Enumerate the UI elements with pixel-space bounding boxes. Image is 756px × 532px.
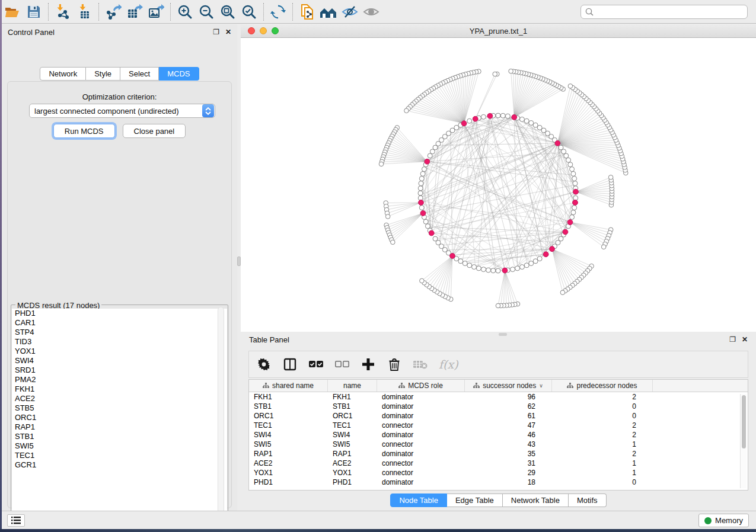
dominator-node[interactable]	[473, 116, 478, 121]
float-window-icon[interactable]: ❐	[213, 28, 219, 36]
network-node[interactable]	[608, 175, 613, 180]
tab-network[interactable]: Network	[40, 67, 86, 81]
network-node[interactable]	[472, 265, 477, 270]
first-neighbors-icon[interactable]	[320, 4, 337, 20]
mcds-result-item[interactable]: CAR1	[12, 318, 227, 328]
network-node[interactable]	[524, 263, 529, 268]
network-node[interactable]	[568, 84, 573, 88]
column-header-shared-name[interactable]: shared name	[249, 380, 328, 392]
import-table-icon[interactable]	[75, 4, 93, 20]
network-node[interactable]	[524, 118, 529, 123]
table-row[interactable]: SWI4SWI4dominator462	[249, 430, 748, 440]
tab-motifs[interactable]: Motifs	[569, 493, 607, 507]
network-node[interactable]	[425, 224, 430, 229]
tab-edge-table[interactable]: Edge Table	[447, 493, 503, 507]
dominator-node[interactable]	[502, 268, 508, 273]
dominator-node[interactable]	[573, 200, 578, 206]
show-all-icon[interactable]	[362, 4, 380, 20]
column-header-MCDS-role[interactable]: MCDS role	[377, 380, 465, 392]
table-scrollbar-thumb[interactable]	[742, 395, 746, 448]
network-node[interactable]	[418, 186, 423, 191]
dominator-node[interactable]	[425, 159, 430, 164]
network-node[interactable]	[418, 196, 423, 200]
dominator-node[interactable]	[563, 229, 568, 235]
zoom-in-icon[interactable]	[176, 4, 194, 20]
network-node[interactable]	[491, 268, 496, 273]
network-node[interactable]	[496, 268, 500, 273]
network-node[interactable]	[391, 240, 395, 245]
network-node[interactable]	[467, 263, 472, 268]
function-builder-icon[interactable]: f(x)	[439, 358, 458, 371]
network-node[interactable]	[560, 290, 565, 295]
network-node[interactable]	[419, 176, 424, 181]
network-node[interactable]	[529, 120, 534, 125]
network-node[interactable]	[486, 268, 491, 273]
gear-icon[interactable]	[256, 357, 272, 372]
table-row[interactable]: ACE2ACE2connector311	[249, 459, 748, 468]
network-node[interactable]	[533, 123, 538, 127]
mcds-result-item[interactable]: GCR1	[12, 460, 227, 470]
dominator-node[interactable]	[450, 254, 455, 259]
network-node[interactable]	[571, 171, 576, 176]
network-node[interactable]	[572, 206, 577, 210]
memory-button[interactable]: Memory	[698, 514, 749, 527]
export-network-icon[interactable]	[104, 4, 122, 20]
add-column-icon[interactable]	[361, 357, 376, 372]
clone-network-icon[interactable]	[298, 4, 316, 20]
table-row[interactable]: FKH1FKH1dominator962	[249, 392, 748, 402]
export-image-icon[interactable]	[147, 4, 165, 20]
network-node[interactable]	[537, 125, 542, 130]
mcds-result-item[interactable]: PHD1	[12, 309, 227, 318]
network-canvas[interactable]	[241, 38, 756, 332]
network-window-titlebar[interactable]: YPA_prune.txt_1	[241, 24, 756, 38]
network-node[interactable]	[496, 303, 500, 308]
network-node[interactable]	[481, 114, 486, 119]
dominator-node[interactable]	[543, 252, 548, 257]
network-node[interactable]	[570, 167, 575, 172]
deselect-all-icon[interactable]	[334, 357, 350, 372]
table-row[interactable]: PHD1PHD1dominator180	[249, 477, 748, 487]
network-node[interactable]	[529, 261, 534, 266]
tab-style[interactable]: Style	[86, 67, 120, 81]
dominator-node[interactable]	[555, 140, 560, 146]
dominator-node[interactable]	[419, 200, 424, 206]
network-node[interactable]	[573, 196, 578, 200]
tab-node-table[interactable]: Node Table	[390, 493, 447, 507]
network-node[interactable]	[568, 162, 573, 167]
close-panel-icon[interactable]: ✕	[225, 28, 231, 36]
network-node[interactable]	[420, 278, 425, 283]
dominator-node[interactable]	[487, 113, 493, 118]
network-node[interactable]	[566, 158, 571, 162]
criterion-select[interactable]: largest connected component (undirected)	[29, 104, 215, 118]
mcds-result-list[interactable]: PHD1CAR1STP4TID3YOX1SWI4SRD1PMA2FKH1ACE2…	[12, 309, 227, 520]
table-row[interactable]: STB1STB1dominator620	[249, 402, 748, 411]
dominator-node[interactable]	[420, 211, 426, 216]
open-file-icon[interactable]	[4, 4, 21, 20]
network-node[interactable]	[419, 206, 424, 210]
network-node[interactable]	[428, 153, 432, 158]
import-network-icon[interactable]	[54, 4, 72, 20]
network-node[interactable]	[481, 267, 486, 272]
network-node[interactable]	[496, 113, 500, 118]
mcds-result-item[interactable]: PMA2	[12, 375, 227, 384]
panel-resize-grip[interactable]	[499, 333, 507, 336]
run-mcds-button[interactable]: Run MCDS	[53, 124, 115, 138]
refresh-icon[interactable]	[269, 4, 287, 20]
table-row[interactable]: TEC1TEC1connector472	[249, 421, 748, 430]
zoom-fit-icon[interactable]	[219, 4, 237, 20]
tab-network-table[interactable]: Network Table	[503, 493, 569, 507]
select-all-icon[interactable]	[308, 357, 324, 372]
network-node[interactable]	[537, 257, 542, 261]
mcds-result-item[interactable]: SRD1	[12, 366, 227, 375]
network-node[interactable]	[493, 72, 497, 76]
float-window-icon[interactable]: ❐	[729, 336, 736, 343]
network-node[interactable]	[458, 259, 463, 264]
network-node[interactable]	[572, 176, 577, 181]
table-row[interactable]: ORC1ORC1dominator610	[249, 411, 748, 421]
network-node[interactable]	[505, 114, 510, 118]
network-node[interactable]	[476, 266, 481, 271]
mcds-result-item[interactable]: YOX1	[12, 347, 227, 356]
task-history-button[interactable]	[7, 514, 25, 527]
network-node[interactable]	[570, 214, 575, 219]
export-table-icon[interactable]	[126, 4, 143, 20]
